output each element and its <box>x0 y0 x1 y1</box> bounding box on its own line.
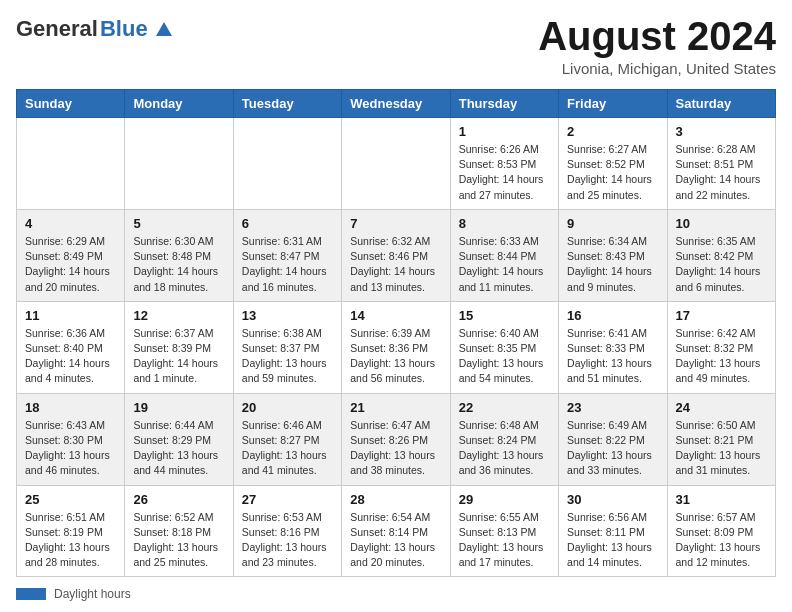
day-info: Sunrise: 6:37 AM Sunset: 8:39 PM Dayligh… <box>133 326 224 387</box>
day-number: 17 <box>676 308 767 323</box>
day-info: Sunrise: 6:28 AM Sunset: 8:51 PM Dayligh… <box>676 142 767 203</box>
day-number: 27 <box>242 492 333 507</box>
calendar-cell: 23Sunrise: 6:49 AM Sunset: 8:22 PM Dayli… <box>559 393 667 485</box>
calendar-cell: 7Sunrise: 6:32 AM Sunset: 8:46 PM Daylig… <box>342 209 450 301</box>
calendar-cell: 29Sunrise: 6:55 AM Sunset: 8:13 PM Dayli… <box>450 485 558 577</box>
day-info: Sunrise: 6:48 AM Sunset: 8:24 PM Dayligh… <box>459 418 550 479</box>
calendar-week-row: 1Sunrise: 6:26 AM Sunset: 8:53 PM Daylig… <box>17 118 776 210</box>
day-number: 24 <box>676 400 767 415</box>
day-number: 1 <box>459 124 550 139</box>
logo: General Blue <box>16 16 174 42</box>
calendar-cell: 26Sunrise: 6:52 AM Sunset: 8:18 PM Dayli… <box>125 485 233 577</box>
day-number: 11 <box>25 308 116 323</box>
day-number: 15 <box>459 308 550 323</box>
day-number: 2 <box>567 124 658 139</box>
day-number: 26 <box>133 492 224 507</box>
day-number: 13 <box>242 308 333 323</box>
day-number: 28 <box>350 492 441 507</box>
day-info: Sunrise: 6:35 AM Sunset: 8:42 PM Dayligh… <box>676 234 767 295</box>
calendar-day-header: Saturday <box>667 90 775 118</box>
day-number: 20 <box>242 400 333 415</box>
day-info: Sunrise: 6:41 AM Sunset: 8:33 PM Dayligh… <box>567 326 658 387</box>
day-info: Sunrise: 6:32 AM Sunset: 8:46 PM Dayligh… <box>350 234 441 295</box>
calendar-cell: 22Sunrise: 6:48 AM Sunset: 8:24 PM Dayli… <box>450 393 558 485</box>
day-info: Sunrise: 6:55 AM Sunset: 8:13 PM Dayligh… <box>459 510 550 571</box>
svg-marker-0 <box>156 22 172 36</box>
calendar-cell: 1Sunrise: 6:26 AM Sunset: 8:53 PM Daylig… <box>450 118 558 210</box>
day-number: 23 <box>567 400 658 415</box>
day-info: Sunrise: 6:34 AM Sunset: 8:43 PM Dayligh… <box>567 234 658 295</box>
day-number: 14 <box>350 308 441 323</box>
day-number: 31 <box>676 492 767 507</box>
day-number: 9 <box>567 216 658 231</box>
day-number: 21 <box>350 400 441 415</box>
day-info: Sunrise: 6:27 AM Sunset: 8:52 PM Dayligh… <box>567 142 658 203</box>
day-info: Sunrise: 6:26 AM Sunset: 8:53 PM Dayligh… <box>459 142 550 203</box>
day-info: Sunrise: 6:47 AM Sunset: 8:26 PM Dayligh… <box>350 418 441 479</box>
calendar-cell: 12Sunrise: 6:37 AM Sunset: 8:39 PM Dayli… <box>125 301 233 393</box>
day-number: 3 <box>676 124 767 139</box>
day-number: 4 <box>25 216 116 231</box>
calendar-cell: 30Sunrise: 6:56 AM Sunset: 8:11 PM Dayli… <box>559 485 667 577</box>
calendar-week-row: 25Sunrise: 6:51 AM Sunset: 8:19 PM Dayli… <box>17 485 776 577</box>
calendar-week-row: 18Sunrise: 6:43 AM Sunset: 8:30 PM Dayli… <box>17 393 776 485</box>
calendar-cell: 17Sunrise: 6:42 AM Sunset: 8:32 PM Dayli… <box>667 301 775 393</box>
calendar-week-row: 11Sunrise: 6:36 AM Sunset: 8:40 PM Dayli… <box>17 301 776 393</box>
day-info: Sunrise: 6:30 AM Sunset: 8:48 PM Dayligh… <box>133 234 224 295</box>
day-info: Sunrise: 6:52 AM Sunset: 8:18 PM Dayligh… <box>133 510 224 571</box>
calendar-cell: 27Sunrise: 6:53 AM Sunset: 8:16 PM Dayli… <box>233 485 341 577</box>
day-number: 6 <box>242 216 333 231</box>
calendar-footer: Daylight hours <box>16 587 776 601</box>
calendar-day-header: Sunday <box>17 90 125 118</box>
logo-blue-text: Blue <box>100 16 148 42</box>
calendar-cell: 10Sunrise: 6:35 AM Sunset: 8:42 PM Dayli… <box>667 209 775 301</box>
day-info: Sunrise: 6:53 AM Sunset: 8:16 PM Dayligh… <box>242 510 333 571</box>
calendar-day-header: Wednesday <box>342 90 450 118</box>
calendar-day-header: Thursday <box>450 90 558 118</box>
logo-general-text: General <box>16 16 98 42</box>
day-number: 16 <box>567 308 658 323</box>
calendar-cell: 20Sunrise: 6:46 AM Sunset: 8:27 PM Dayli… <box>233 393 341 485</box>
day-info: Sunrise: 6:46 AM Sunset: 8:27 PM Dayligh… <box>242 418 333 479</box>
calendar-day-header: Tuesday <box>233 90 341 118</box>
day-info: Sunrise: 6:38 AM Sunset: 8:37 PM Dayligh… <box>242 326 333 387</box>
day-number: 5 <box>133 216 224 231</box>
day-info: Sunrise: 6:42 AM Sunset: 8:32 PM Dayligh… <box>676 326 767 387</box>
day-number: 10 <box>676 216 767 231</box>
calendar-cell: 25Sunrise: 6:51 AM Sunset: 8:19 PM Dayli… <box>17 485 125 577</box>
calendar-cell: 3Sunrise: 6:28 AM Sunset: 8:51 PM Daylig… <box>667 118 775 210</box>
day-number: 29 <box>459 492 550 507</box>
page-header: General Blue August 2024 Livonia, Michig… <box>16 16 776 77</box>
month-title: August 2024 <box>538 16 776 56</box>
day-info: Sunrise: 6:49 AM Sunset: 8:22 PM Dayligh… <box>567 418 658 479</box>
calendar-cell: 2Sunrise: 6:27 AM Sunset: 8:52 PM Daylig… <box>559 118 667 210</box>
calendar-cell: 4Sunrise: 6:29 AM Sunset: 8:49 PM Daylig… <box>17 209 125 301</box>
calendar-cell <box>17 118 125 210</box>
calendar-cell: 8Sunrise: 6:33 AM Sunset: 8:44 PM Daylig… <box>450 209 558 301</box>
calendar-cell: 19Sunrise: 6:44 AM Sunset: 8:29 PM Dayli… <box>125 393 233 485</box>
calendar-cell: 15Sunrise: 6:40 AM Sunset: 8:35 PM Dayli… <box>450 301 558 393</box>
day-info: Sunrise: 6:56 AM Sunset: 8:11 PM Dayligh… <box>567 510 658 571</box>
calendar-cell: 31Sunrise: 6:57 AM Sunset: 8:09 PM Dayli… <box>667 485 775 577</box>
day-info: Sunrise: 6:36 AM Sunset: 8:40 PM Dayligh… <box>25 326 116 387</box>
calendar-cell: 6Sunrise: 6:31 AM Sunset: 8:47 PM Daylig… <box>233 209 341 301</box>
day-info: Sunrise: 6:51 AM Sunset: 8:19 PM Dayligh… <box>25 510 116 571</box>
calendar-cell: 28Sunrise: 6:54 AM Sunset: 8:14 PM Dayli… <box>342 485 450 577</box>
calendar-week-row: 4Sunrise: 6:29 AM Sunset: 8:49 PM Daylig… <box>17 209 776 301</box>
day-number: 22 <box>459 400 550 415</box>
calendar-cell <box>233 118 341 210</box>
calendar-cell: 16Sunrise: 6:41 AM Sunset: 8:33 PM Dayli… <box>559 301 667 393</box>
day-number: 18 <box>25 400 116 415</box>
logo-icon <box>152 18 174 40</box>
calendar-cell <box>125 118 233 210</box>
calendar-cell: 18Sunrise: 6:43 AM Sunset: 8:30 PM Dayli… <box>17 393 125 485</box>
day-info: Sunrise: 6:39 AM Sunset: 8:36 PM Dayligh… <box>350 326 441 387</box>
day-info: Sunrise: 6:33 AM Sunset: 8:44 PM Dayligh… <box>459 234 550 295</box>
day-info: Sunrise: 6:44 AM Sunset: 8:29 PM Dayligh… <box>133 418 224 479</box>
title-block: August 2024 Livonia, Michigan, United St… <box>538 16 776 77</box>
day-info: Sunrise: 6:54 AM Sunset: 8:14 PM Dayligh… <box>350 510 441 571</box>
calendar-cell: 24Sunrise: 6:50 AM Sunset: 8:21 PM Dayli… <box>667 393 775 485</box>
calendar-table: SundayMondayTuesdayWednesdayThursdayFrid… <box>16 89 776 577</box>
location: Livonia, Michigan, United States <box>538 60 776 77</box>
daylight-label: Daylight hours <box>54 587 131 601</box>
